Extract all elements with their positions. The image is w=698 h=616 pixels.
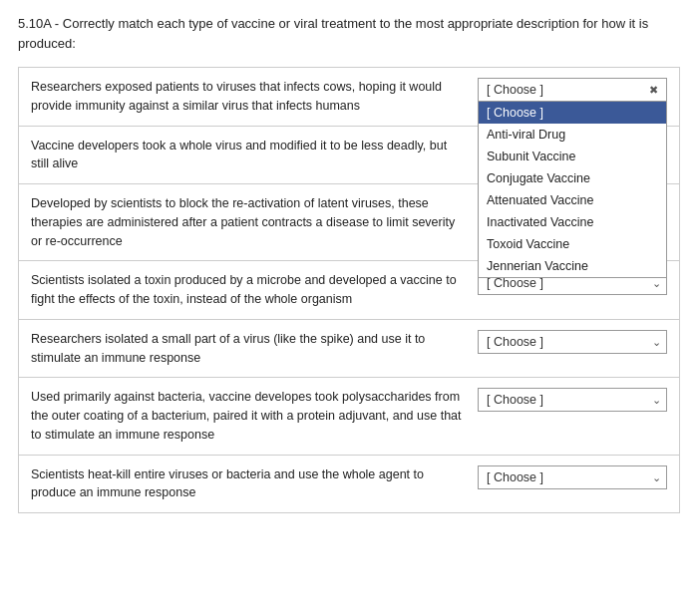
row-1-chevron-icon: ✖	[649, 84, 658, 97]
row-7-select-wrapper: [ Choose ] Anti-viral Drug Subunit Vacci…	[478, 465, 667, 489]
dropdown-option-toxoid[interactable]: Toxoid Vaccine	[479, 233, 666, 255]
dropdown-option-inactivated[interactable]: Inactivated Vaccine	[479, 211, 666, 233]
page: 5.10A - Correctly match each type of vac…	[0, 0, 698, 616]
row-7-select[interactable]: [ Choose ] Anti-viral Drug Subunit Vacci…	[478, 465, 667, 489]
row-1-dropdown-list: [ Choose ] Anti-viral Drug Subunit Vacci…	[478, 101, 667, 278]
dropdown-option-antiviral[interactable]: Anti-viral Drug	[479, 124, 666, 146]
row-1-dropdown-selected: [ Choose ]	[487, 83, 543, 97]
row-4-text: Scientists isolated a toxin produced by …	[31, 271, 478, 309]
row-5: Researchers isolated a small part of a v…	[19, 320, 679, 379]
row-7: Scientists heat-kill entire viruses or b…	[19, 456, 679, 513]
question-title: 5.10A - Correctly match each type of vac…	[18, 14, 680, 53]
question-body: Researchers exposed patients to viruses …	[18, 67, 680, 513]
row-5-text: Researchers isolated a small part of a v…	[31, 330, 478, 368]
row-5-select[interactable]: [ Choose ] Anti-viral Drug Subunit Vacci…	[478, 330, 667, 354]
row-1-text: Researchers exposed patients to viruses …	[31, 78, 478, 116]
dropdown-option-subunit[interactable]: Subunit Vaccine	[479, 146, 666, 167]
row-7-text: Scientists heat-kill entire viruses or b…	[31, 465, 478, 503]
row-6: Used primarily against bacteria, vaccine…	[19, 378, 679, 455]
row-3-text: Developed by scientists to block the re-…	[31, 194, 478, 250]
row-6-text: Used primarily against bacteria, vaccine…	[31, 388, 478, 444]
row-6-select-wrapper: [ Choose ] Anti-viral Drug Subunit Vacci…	[478, 388, 667, 412]
row-2-text: Vaccine developers took a whole virus an…	[31, 137, 478, 174]
row-1: Researchers exposed patients to viruses …	[19, 68, 679, 127]
row-6-select[interactable]: [ Choose ] Anti-viral Drug Subunit Vacci…	[478, 388, 667, 412]
row-5-select-wrapper: [ Choose ] Anti-viral Drug Subunit Vacci…	[478, 330, 667, 354]
row-1-dropdown-trigger[interactable]: [ Choose ] ✖	[478, 78, 667, 102]
row-1-dropdown-wrapper: [ Choose ] ✖ [ Choose ] Anti-viral Drug …	[478, 78, 667, 102]
dropdown-option-attenuated[interactable]: Attenuated Vaccine	[479, 189, 666, 211]
dropdown-option-choose[interactable]: [ Choose ]	[479, 102, 666, 124]
dropdown-option-jennerian[interactable]: Jennerian Vaccine	[479, 255, 666, 277]
dropdown-option-conjugate[interactable]: Conjugate Vaccine	[479, 167, 666, 189]
